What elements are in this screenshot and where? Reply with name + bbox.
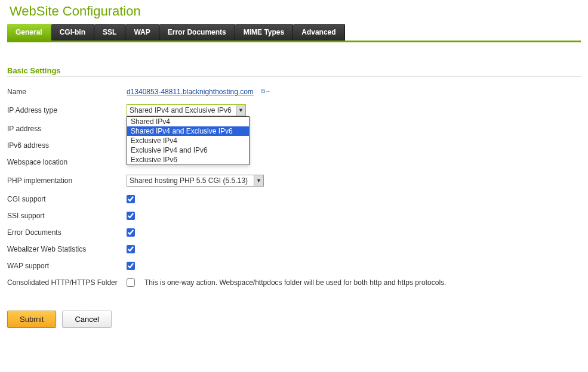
external-link-icon: ⧉→ [261,88,271,95]
settings-form: Name d1340853-48811.blacknighthosting.co… [7,88,581,287]
cgi-checkbox[interactable] [127,195,135,203]
ip-type-option[interactable]: Shared IPv4 and Exclusive IPv6 [127,126,249,136]
ip-type-option[interactable]: Exclusive IPv6 [127,155,249,165]
label-ip-type: IP Address type [7,106,127,114]
label-wap: WAP support [7,262,127,270]
tab-advanced[interactable]: Advanced [293,24,344,41]
consolidated-note: This is one-way action. Webspace/httpdoc… [144,278,446,287]
tab-wap[interactable]: WAP [125,24,159,41]
tab-general[interactable]: General [7,24,51,41]
cancel-button[interactable]: Cancel [62,311,111,328]
ip-type-dropdown: Shared IPv4 Shared IPv4 and Exclusive IP… [127,116,250,165]
section-title: Basic Settings [7,66,581,77]
label-cgi: CGI support [7,195,127,203]
page-title: WebSite Configuration [10,4,581,19]
tab-error-documents[interactable]: Error Documents [159,24,235,41]
chevron-down-icon: ▼ [236,105,245,116]
label-ssi: SSI support [7,212,127,220]
site-name-link[interactable]: d1340853-48811.blacknighthosting.com [127,88,254,96]
tab-ssl[interactable]: SSL [94,24,125,41]
errdocs-checkbox[interactable] [127,228,135,237]
consolidated-checkbox[interactable] [127,278,135,287]
wap-checkbox[interactable] [127,262,135,270]
label-name: Name [7,88,127,96]
php-select[interactable]: Shared hosting PHP 5.5 CGI (5.5.13) ▼ [127,175,264,187]
tab-cgi-bin[interactable]: CGI-bin [51,24,94,41]
tab-mime-types[interactable]: MIME Types [235,24,293,41]
label-ip-address: IP address [7,125,127,133]
php-selected: Shared hosting PHP 5.5 CGI (5.5.13) [130,176,248,185]
submit-button[interactable]: Submit [7,311,56,328]
button-row: Submit Cancel [7,311,581,328]
ip-type-option[interactable]: Exclusive IPv4 [127,136,249,145]
label-consolidated: Consolidated HTTP/HTTPS Folder [7,278,127,287]
webalizer-checkbox[interactable] [127,245,135,253]
tabbar: General CGI-bin SSL WAP Error Documents … [7,24,581,42]
label-webalizer: Webalizer Web Statistics [7,245,127,253]
ip-type-option[interactable]: Exclusive IPv4 and IPv6 [127,145,249,155]
chevron-down-icon: ▼ [254,175,263,186]
ssi-checkbox[interactable] [127,212,135,220]
label-webspace: Webspace location [7,158,127,166]
ip-type-select[interactable]: Shared IPv4 and Exclusive IPv6 ▼ [127,104,246,116]
ip-type-option[interactable]: Shared IPv4 [127,117,249,126]
label-errdocs: Error Documents [7,228,127,237]
label-php: PHP implementation [7,176,127,185]
ip-type-selected: Shared IPv4 and Exclusive IPv6 [130,106,232,114]
label-ipv6-address: IPv6 address [7,141,127,150]
